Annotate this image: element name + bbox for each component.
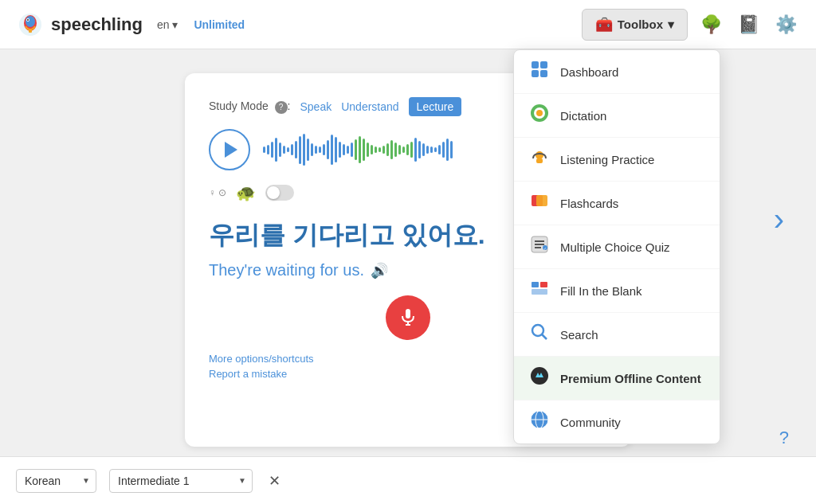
listening-icon bbox=[528, 147, 551, 171]
play-icon bbox=[225, 142, 237, 158]
waveform-bar bbox=[271, 142, 273, 158]
waveform-bar bbox=[386, 143, 389, 156]
gender-icon: ♀ ⊙ bbox=[209, 187, 226, 198]
dropdown-item-premium[interactable]: Premium Offline Content bbox=[514, 357, 720, 400]
study-mode-help-icon[interactable]: ? bbox=[275, 101, 288, 114]
waveform-bar bbox=[406, 144, 409, 155]
waveform-bar bbox=[414, 138, 417, 162]
waveform-bar bbox=[394, 143, 397, 157]
flashcards-icon bbox=[528, 191, 551, 215]
waveform-bar bbox=[287, 147, 289, 152]
waveform-bar bbox=[343, 144, 345, 155]
svg-rect-16 bbox=[536, 195, 547, 206]
toolbox-dropdown-icon: ▾ bbox=[668, 18, 674, 32]
svg-rect-8 bbox=[532, 70, 539, 77]
community-label: Community bbox=[560, 416, 621, 429]
level-select[interactable]: Beginner 1 Beginner 2 Intermediate 1 Int… bbox=[109, 469, 253, 493]
waveform-bar bbox=[331, 135, 333, 165]
svg-point-4 bbox=[27, 19, 29, 21]
waveform-bar bbox=[299, 136, 301, 164]
waveform-bar bbox=[422, 143, 425, 156]
next-arrow[interactable]: › bbox=[774, 201, 784, 237]
dropdown-item-fill[interactable]: Fill In the Blank bbox=[514, 269, 720, 313]
svg-rect-33 bbox=[406, 309, 410, 318]
toolbox-icon: 🧰 bbox=[595, 16, 613, 33]
svg-rect-24 bbox=[540, 282, 547, 287]
translation-text: They're waiting for us. bbox=[209, 261, 364, 279]
svg-rect-9 bbox=[540, 70, 547, 77]
settings-button[interactable]: ⚙️ bbox=[772, 11, 800, 38]
svg-point-12 bbox=[536, 110, 543, 116]
svg-line-27 bbox=[542, 334, 547, 339]
waveform-bar bbox=[315, 146, 317, 154]
waveform-bar bbox=[307, 139, 309, 161]
svg-text:✓: ✓ bbox=[543, 246, 547, 251]
tree-button[interactable]: 🌳 bbox=[697, 11, 725, 38]
toggle-knob bbox=[267, 186, 280, 199]
dropdown-item-mcq[interactable]: ✓Multiple Choice Quiz bbox=[514, 225, 720, 269]
fill-label: Fill In the Blank bbox=[560, 284, 642, 298]
dropdown-item-flashcards[interactable]: Flashcards bbox=[514, 182, 720, 225]
waveform-bar bbox=[382, 146, 385, 154]
svg-point-2 bbox=[26, 16, 35, 27]
dropdown-item-search[interactable]: Search bbox=[514, 313, 720, 357]
waveform-bar bbox=[347, 146, 349, 154]
listening-label: Listening Practice bbox=[560, 153, 654, 166]
waveform-bar bbox=[291, 144, 293, 155]
waveform-bar bbox=[446, 139, 449, 161]
toolbox-button[interactable]: 🧰 Toolbox ▾ bbox=[582, 9, 688, 41]
record-button[interactable] bbox=[386, 295, 430, 340]
notebook-icon: 📓 bbox=[738, 14, 759, 34]
waveform-bar bbox=[402, 147, 405, 153]
toolbox-dropdown: DashboardDictationListening PracticeFlas… bbox=[513, 49, 720, 444]
waveform-bar bbox=[418, 141, 421, 158]
waveform-bar bbox=[410, 142, 413, 158]
lang-selector[interactable]: en ▾ bbox=[157, 18, 178, 31]
waveform-bar bbox=[430, 147, 433, 153]
sound-icon[interactable]: 🔊 bbox=[371, 262, 388, 279]
language-select[interactable]: Korean Japanese Chinese Spanish bbox=[16, 469, 96, 493]
tree-icon: 🌳 bbox=[700, 14, 722, 34]
bottom-bar: Korean Japanese Chinese Spanish ▼ Beginn… bbox=[0, 456, 816, 504]
speak-button[interactable]: Speak bbox=[300, 100, 332, 113]
dictation-icon bbox=[528, 104, 551, 127]
header-right: 🧰 Toolbox ▾ 🌳 📓 ⚙️ bbox=[582, 9, 800, 41]
gear-icon: ⚙️ bbox=[775, 14, 797, 34]
svg-rect-25 bbox=[532, 289, 547, 295]
svg-rect-23 bbox=[532, 282, 539, 287]
dropdown-item-dashboard[interactable]: Dashboard bbox=[514, 50, 720, 94]
close-button[interactable]: ✕ bbox=[265, 469, 284, 493]
waveform-bar bbox=[267, 145, 269, 154]
understand-button[interactable]: Understand bbox=[341, 100, 398, 113]
logo-text: speechling bbox=[51, 14, 143, 35]
unlimited-badge: Unlimited bbox=[194, 18, 245, 31]
mcq-icon: ✓ bbox=[528, 235, 551, 259]
level-select-wrapper: Beginner 1 Beginner 2 Intermediate 1 Int… bbox=[109, 469, 253, 493]
waveform-bar bbox=[311, 143, 313, 156]
waveform-bar bbox=[355, 139, 357, 160]
svg-rect-6 bbox=[532, 61, 539, 68]
dropdown-item-community[interactable]: Community bbox=[514, 400, 720, 443]
dashboard-icon bbox=[528, 60, 551, 84]
waveform bbox=[263, 131, 453, 169]
svg-rect-5 bbox=[29, 29, 32, 33]
dropdown-item-dictation[interactable]: Dictation bbox=[514, 94, 720, 138]
logo-area: speechling en ▾ Unlimited bbox=[16, 10, 582, 39]
notebook-button[interactable]: 📓 bbox=[735, 11, 763, 38]
dropdown-item-listening[interactable]: Listening Practice bbox=[514, 138, 720, 182]
lecture-button[interactable]: Lecture bbox=[409, 97, 462, 116]
waveform-bar bbox=[434, 147, 437, 152]
svg-point-26 bbox=[532, 325, 543, 336]
waveform-bar bbox=[263, 147, 265, 153]
premium-icon bbox=[528, 366, 551, 390]
waveform-bar bbox=[319, 147, 321, 153]
waveform-bar bbox=[339, 142, 341, 158]
help-question-mark[interactable]: ? bbox=[779, 428, 789, 448]
speed-toggle[interactable] bbox=[265, 185, 294, 201]
waveform-bar bbox=[359, 136, 361, 163]
waveform-bar bbox=[390, 140, 393, 159]
waveform-bar bbox=[327, 140, 329, 159]
mic-icon bbox=[398, 307, 418, 326]
fill-icon bbox=[528, 279, 551, 303]
play-button[interactable] bbox=[209, 129, 250, 170]
